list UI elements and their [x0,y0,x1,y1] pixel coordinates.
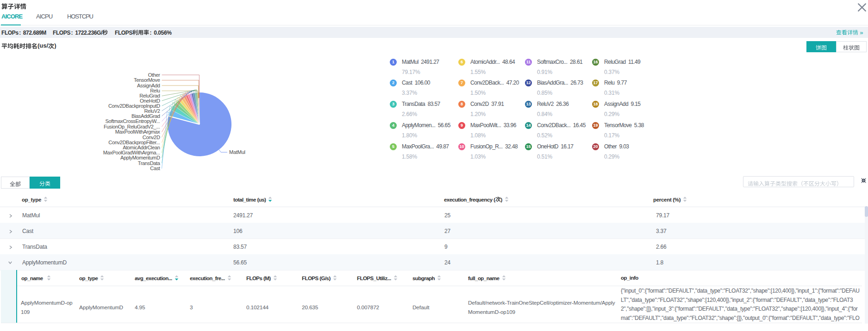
svg-text:Other: Other [148,72,160,78]
svg-text:TensorMove: TensorMove [134,77,160,83]
svg-text:MaxPoolWithArgmax: MaxPoolWithArgmax [115,129,161,135]
svg-text:FusionOp_ReluGradV2_...: FusionOp_ReluGradV2_... [104,124,160,129]
svg-text:Cast: Cast [150,166,160,171]
svg-text:TransData: TransData [138,160,161,166]
svg-text:Conv2D: Conv2D [143,135,160,140]
svg-text:SoftmaxCrossEntropyW...: SoftmaxCrossEntropyW... [106,118,160,124]
svg-text:MatMul: MatMul [229,149,245,155]
svg-text:AssignAdd: AssignAdd [137,83,160,88]
svg-text:ApplyMomentumD: ApplyMomentumD [120,155,160,160]
svg-text:BiasAddGrad: BiasAddGrad [131,113,160,119]
